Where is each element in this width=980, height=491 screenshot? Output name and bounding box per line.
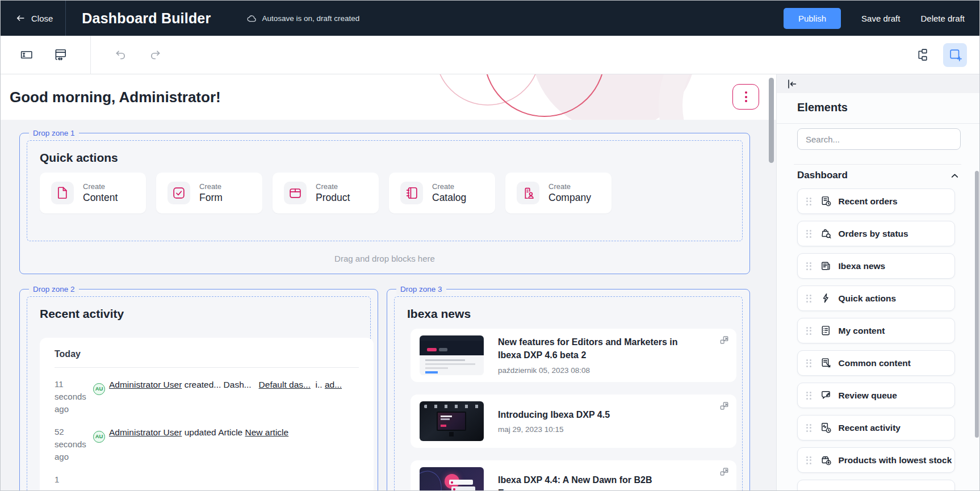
orders-by-status-icon	[820, 228, 832, 240]
elements-search-input[interactable]	[797, 128, 961, 150]
redo-button[interactable]	[143, 43, 167, 67]
collapse-panel-button[interactable]	[785, 77, 799, 91]
dashboard-section-header[interactable]: Dashboard	[797, 170, 960, 181]
collapse-arrow-icon	[786, 78, 798, 90]
recent-activity-block[interactable]: Recent activity Today 11 seconds ago AUA…	[27, 296, 371, 491]
tree-structure-icon	[914, 48, 928, 62]
recent-orders-icon	[820, 195, 832, 207]
card-kicker: Create	[548, 182, 591, 191]
drag-handle-icon[interactable]	[806, 392, 811, 400]
element-partial[interactable]	[797, 480, 955, 491]
avatar: AU	[93, 383, 105, 395]
undo-icon	[114, 48, 128, 62]
element-products-lowest-stock[interactable]: Products with lowest stock	[797, 447, 955, 473]
add-element-icon	[948, 48, 962, 62]
drop-zone-1[interactable]: Drop zone 1 Quick actions Create Content	[19, 133, 750, 274]
panel-scrollbar[interactable]	[975, 171, 979, 438]
element-my-content[interactable]: My content	[797, 318, 955, 343]
element-label: Orders by status	[839, 229, 908, 239]
delete-draft-button[interactable]: Delete draft	[920, 14, 965, 23]
drop-zone-3[interactable]: Drop zone 3 Ibexa news New features for …	[387, 289, 750, 491]
card-label: Form	[199, 192, 223, 204]
element-review-queue[interactable]: Review queue	[797, 383, 955, 408]
main-scrollbar[interactable]	[769, 78, 774, 163]
drag-handle-icon[interactable]	[806, 230, 811, 238]
toolbar-right	[909, 43, 980, 67]
news-list: New features for Editors and Marketers i…	[395, 321, 742, 491]
content-link[interactable]: ad...	[325, 380, 342, 389]
element-label: Review queue	[839, 391, 897, 401]
element-orders-by-status[interactable]: Orders by status	[797, 221, 955, 246]
company-building-icon	[517, 182, 539, 204]
create-form-card[interactable]: Create Form	[156, 173, 262, 213]
quick-actions-row: Create Content Create Form	[27, 165, 742, 213]
ibexa-news-title: Ibexa news	[395, 297, 742, 321]
layout-resize-icon	[53, 48, 68, 62]
drop-zone-2[interactable]: Drop zone 2 Recent activity Today 11 sec…	[19, 289, 378, 491]
divider	[794, 164, 961, 165]
app-title: Dashboard Builder	[82, 10, 211, 27]
dashboard-builder-app: Close Dashboard Builder Autosave is on, …	[0, 0, 980, 491]
undo-button[interactable]	[109, 43, 133, 67]
content-link[interactable]: New article	[245, 427, 289, 437]
content-link[interactable]: Default das...	[259, 380, 311, 389]
news-item-date: maj 29, 2023 10:15	[498, 425, 610, 434]
ibexa-news-block[interactable]: Ibexa news New features for Editors and …	[394, 296, 743, 491]
element-ibexa-news[interactable]: Ibexa news	[797, 253, 955, 279]
page-title: Good morning, Administrator!	[10, 89, 221, 106]
input-field-tool-button[interactable]	[14, 43, 38, 67]
create-catalog-card[interactable]: Create Catalog	[389, 173, 495, 213]
element-label: Recent orders	[839, 196, 898, 207]
quick-actions-block[interactable]: Quick actions Create Content	[27, 140, 743, 241]
ibexa-news-icon	[820, 260, 832, 272]
element-label: Quick actions	[839, 293, 897, 304]
layout-resize-tool-button[interactable]	[48, 43, 72, 67]
news-item[interactable]: New features for Editors and Marketers i…	[411, 329, 736, 382]
drag-handle-icon[interactable]	[806, 262, 811, 270]
drag-handle-icon[interactable]	[806, 424, 811, 432]
news-item-title: Introducing Ibexa DXP 4.5	[498, 409, 610, 422]
drop-zone-1-label: Drop zone 1	[29, 128, 79, 139]
drag-handle-icon[interactable]	[806, 456, 811, 464]
autosave-label: Autosave is on, draft created	[262, 14, 359, 23]
external-link-icon[interactable]	[719, 466, 730, 477]
news-item[interactable]: Ibexa DXP 4.4: A New Dawn for B2B Ecomme…	[411, 460, 736, 491]
element-common-content[interactable]: Common content	[797, 350, 955, 376]
close-button[interactable]: Close	[1, 1, 65, 36]
card-label: Company	[548, 192, 591, 204]
recent-activity-title: Recent activity	[27, 297, 370, 321]
user-link[interactable]: Administrator User	[109, 380, 182, 389]
navbar-actions: Publish Save draft Delete draft	[784, 8, 980, 29]
save-draft-button[interactable]: Save draft	[861, 14, 900, 23]
element-label: My content	[839, 326, 885, 336]
drop-zone-2-label: Drop zone 2	[29, 284, 79, 295]
drag-handle-icon[interactable]	[806, 198, 811, 205]
publish-button[interactable]: Publish	[784, 8, 841, 29]
recent-activity-icon	[820, 422, 832, 434]
drop-hint-text: Drag and drop blocks here	[20, 254, 749, 263]
user-link[interactable]: Administrator User	[109, 427, 182, 437]
drag-handle-icon[interactable]	[806, 327, 811, 335]
create-company-card[interactable]: Create Company	[505, 173, 612, 213]
element-recent-orders[interactable]: Recent orders	[797, 188, 955, 214]
drag-handle-icon[interactable]	[806, 359, 811, 367]
review-queue-icon	[820, 389, 832, 401]
create-content-card[interactable]: Create Content	[40, 173, 146, 213]
add-element-button[interactable]	[943, 43, 967, 67]
page-options-button[interactable]	[732, 84, 759, 110]
create-product-card[interactable]: Create Product	[273, 173, 379, 213]
element-quick-actions[interactable]: Quick actions	[797, 286, 955, 311]
external-link-icon[interactable]	[719, 334, 730, 345]
external-link-icon[interactable]	[719, 400, 730, 411]
section-label: Dashboard	[797, 170, 848, 181]
activity-description: AUAdministrator User updated Article New…	[93, 426, 288, 463]
panel-title: Elements	[797, 101, 980, 114]
activity-description: AUAdministrator User created... Dash... …	[93, 378, 342, 416]
card-kicker: Create	[199, 182, 223, 191]
element-recent-activity[interactable]: Recent activity	[797, 415, 955, 440]
structure-view-button[interactable]	[909, 43, 933, 67]
drag-handle-icon[interactable]	[806, 295, 811, 303]
chevron-up-icon	[949, 170, 960, 181]
news-item[interactable]: Introducing Ibexa DXP 4.5 maj 29, 2023 1…	[411, 395, 736, 448]
close-label: Close	[31, 14, 53, 23]
